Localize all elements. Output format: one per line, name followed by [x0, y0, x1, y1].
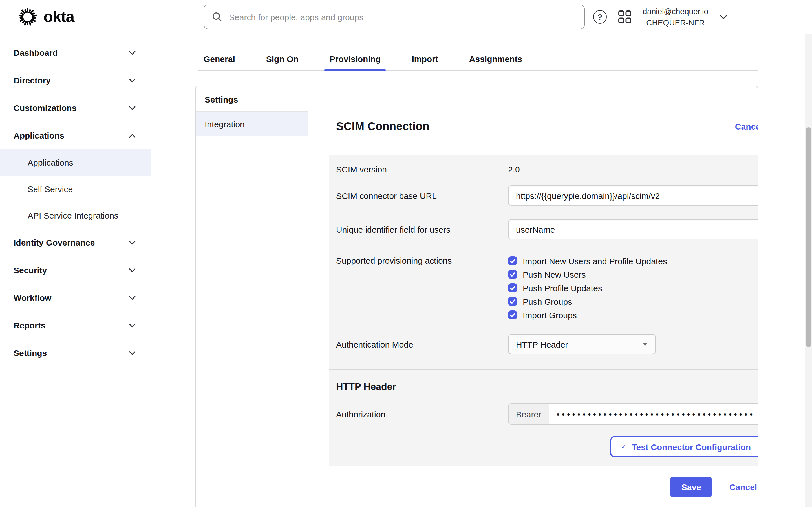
- sidebar-subitem-self-service[interactable]: Self Service: [0, 176, 151, 202]
- authorization-label: Authorization: [336, 409, 508, 419]
- base-url-label: SCIM connector base URL: [336, 191, 508, 200]
- sidebar-item-customizations[interactable]: Customizations: [0, 94, 151, 122]
- tab-assignments[interactable]: Assignments: [464, 47, 527, 70]
- sidebar-item-workflow[interactable]: Workflow: [0, 284, 151, 312]
- checkbox-import-groups[interactable]: Import Groups: [508, 308, 758, 322]
- unique-identifier-row: Unique identifier field for users: [329, 219, 758, 239]
- sidebar-item-label: Self Service: [28, 184, 73, 194]
- sidebar-subitem-applications[interactable]: Applications: [0, 149, 151, 176]
- provisioning-actions-label: Supported provisioning actions: [336, 254, 508, 268]
- page-title: SCIM Connection: [336, 120, 429, 133]
- chevron-down-icon: [129, 240, 136, 245]
- scim-settings-section: SCIM version 2.0 SCIM connector base URL…: [329, 155, 758, 466]
- provisioning-actions-list: Import New Users and Profile Updates Pus…: [508, 254, 758, 322]
- chevron-down-icon: [129, 323, 136, 328]
- sidebar-item-settings[interactable]: Settings: [0, 339, 151, 367]
- tab-provisioning[interactable]: Provisioning: [324, 47, 386, 70]
- scim-connection-form: SCIM Connection Cancel SCIM version 2.0 …: [308, 86, 758, 507]
- checkbox-checked-icon: [508, 283, 517, 292]
- settings-nav-item-integration[interactable]: Integration: [196, 112, 308, 136]
- checkbox-push-new-users[interactable]: Push New Users: [508, 268, 758, 281]
- sidebar-item-security[interactable]: Security: [0, 256, 151, 284]
- chevron-down-icon: [129, 295, 136, 300]
- checkbox-checked-icon: [508, 270, 517, 279]
- save-button[interactable]: Save: [670, 476, 712, 497]
- cancel-link-bottom[interactable]: Cancel: [729, 482, 757, 492]
- checkbox-import-new-users[interactable]: Import New Users and Profile Updates: [508, 254, 758, 268]
- bearer-prefix: Bearer: [509, 404, 549, 424]
- chevron-down-icon: [129, 78, 136, 82]
- top-bar: okta ? daniel@chequer.io CHEQUER-N: [0, 0, 812, 34]
- chevron-down-icon: [129, 50, 136, 55]
- chevron-down-icon[interactable]: [719, 14, 727, 19]
- okta-admin-console: okta ? daniel@chequer.io CHEQUER-N: [0, 0, 812, 507]
- search-input[interactable]: [228, 11, 576, 22]
- account-menu[interactable]: daniel@chequer.io CHEQUER-NFR: [643, 5, 708, 28]
- scim-version-label: SCIM version: [336, 164, 508, 175]
- sidebar-item-dashboard[interactable]: Dashboard: [0, 39, 151, 66]
- form-footer: Save Cancel: [329, 476, 758, 497]
- http-header-section: HTTP Header Authorization Bearer •••••••…: [329, 370, 758, 466]
- form-header: SCIM Connection Cancel: [329, 118, 758, 135]
- unique-identifier-label: Unique identifier field for users: [336, 224, 508, 234]
- test-connector-button[interactable]: ✓ Test Connector Configuration: [610, 436, 758, 457]
- checkbox-checked-icon: [508, 311, 517, 320]
- sidebar-item-label: Applications: [13, 131, 64, 140]
- base-url-row: SCIM connector base URL: [329, 185, 758, 206]
- sidebar-item-directory[interactable]: Directory: [0, 66, 151, 94]
- sidebar-item-label: Identity Governance: [13, 238, 95, 247]
- sidebar-item-label: API Service Integrations: [28, 211, 118, 220]
- auth-mode-selected-value: HTTP Header: [516, 339, 568, 349]
- scrollbar-track[interactable]: [805, 34, 812, 507]
- sidebar-item-label: Settings: [13, 348, 47, 358]
- provisioning-panel: Settings Integration SCIM Connection Can…: [195, 86, 758, 507]
- cancel-link-top[interactable]: Cancel: [735, 121, 758, 131]
- sidebar-item-label: Directory: [13, 75, 51, 85]
- scrollbar-thumb[interactable]: [806, 127, 811, 347]
- sidebar-item-label: Workflow: [13, 293, 51, 302]
- unique-identifier-input[interactable]: [508, 219, 758, 239]
- help-icon[interactable]: ?: [593, 10, 607, 24]
- global-search[interactable]: [204, 4, 585, 29]
- settings-nav: Settings Integration: [196, 86, 308, 507]
- checkbox-push-groups[interactable]: Push Groups: [508, 295, 758, 308]
- tab-import[interactable]: Import: [407, 47, 443, 70]
- base-url-input[interactable]: [508, 185, 758, 206]
- sidebar-item-label: Security: [13, 265, 47, 275]
- settings-nav-header: Settings: [196, 86, 308, 112]
- okta-wordmark: okta: [43, 8, 74, 26]
- http-header-title: HTTP Header: [336, 381, 758, 393]
- sidebar-item-label: Reports: [13, 321, 45, 330]
- checkbox-push-profile-updates[interactable]: Push Profile Updates: [508, 281, 758, 295]
- sidebar-item-identity-governance[interactable]: Identity Governance: [0, 229, 151, 256]
- org-name: CHEQUER-NFR: [643, 17, 708, 29]
- app-grid-icon[interactable]: [618, 10, 631, 24]
- sidebar-item-applications[interactable]: Applications: [0, 122, 151, 149]
- sidebar-item-label: Dashboard: [13, 48, 58, 57]
- authorization-input-group: Bearer •••••••••••••••••••••••••••••••••…: [508, 403, 758, 425]
- authorization-row: Authorization Bearer •••••••••••••••••••…: [329, 403, 758, 425]
- sidebar-item-reports[interactable]: Reports: [0, 312, 151, 339]
- check-icon: ✓: [621, 443, 626, 451]
- search-icon: [212, 12, 222, 22]
- authorization-token-input[interactable]: ••••••••••••••••••••••••••••••••••••••: [549, 404, 758, 424]
- user-email: daniel@chequer.io: [643, 5, 708, 17]
- scim-version-row: SCIM version 2.0: [329, 164, 758, 175]
- chevron-down-icon: [129, 268, 136, 272]
- top-right-cluster: ? daniel@chequer.io CHEQUER-NFR: [593, 0, 727, 34]
- dropdown-caret-icon: [642, 342, 648, 346]
- auth-mode-select[interactable]: HTTP Header: [508, 334, 656, 354]
- chevron-down-icon: [129, 106, 136, 110]
- okta-logo[interactable]: okta: [17, 0, 74, 34]
- sidebar-item-label: Customizations: [13, 103, 77, 113]
- test-connector-row: ✓ Test Connector Configuration: [329, 436, 758, 466]
- checkbox-checked-icon: [508, 297, 517, 306]
- scim-version-value: 2.0: [508, 164, 758, 175]
- sidebar-subitem-api-service-integrations[interactable]: API Service Integrations: [0, 202, 151, 229]
- tab-general[interactable]: General: [199, 47, 240, 70]
- auth-mode-label: Authentication Mode: [336, 339, 508, 349]
- sidebar-nav: Dashboard Directory Customizations Appli…: [0, 34, 151, 507]
- okta-starburst-icon: [17, 6, 38, 27]
- tab-sign-on[interactable]: Sign On: [261, 47, 304, 70]
- sidebar-item-label: Applications: [28, 158, 73, 167]
